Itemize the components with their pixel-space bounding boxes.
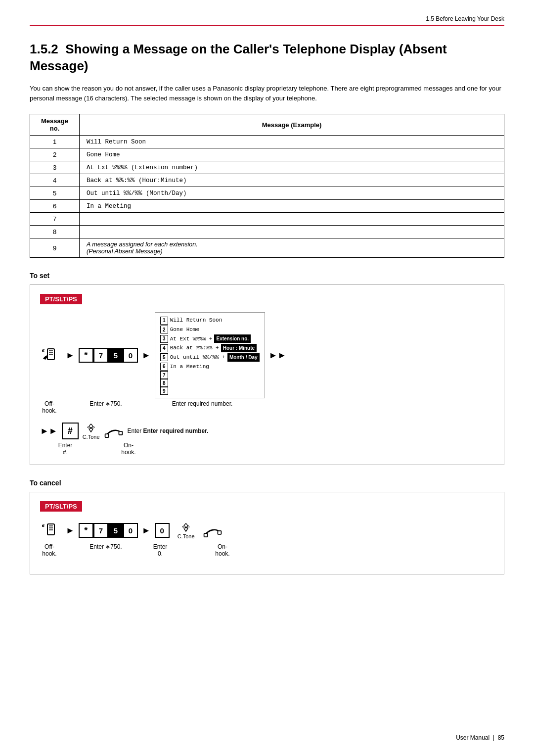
- arrow-cancel1: ►: [66, 525, 75, 536]
- svg-point-5: [185, 526, 187, 528]
- to-set-row1-labels: Off-hook. Enter ∗750. Enter required num…: [40, 400, 494, 414]
- nl-row: 1Will Return Soon: [160, 316, 260, 325]
- key-star-cancel: *: [79, 523, 93, 538]
- table-row-msg: [80, 213, 504, 226]
- offhook-phone-cancel: [40, 520, 62, 541]
- footer-page: 85: [498, 734, 504, 741]
- dbl-arrow-right: ►►: [269, 350, 287, 361]
- table-row-num: 6: [30, 200, 80, 213]
- pt-label-cancel: PT/SLT/PS: [40, 501, 82, 512]
- onhook-label-cancel: On-hook.: [211, 543, 234, 557]
- page-header: 1.5 Before Leaving Your Desk: [30, 15, 504, 26]
- table-row-msg: Gone Home: [80, 148, 504, 161]
- nl-row: 4Back at %%:%% +Hour : Minute: [160, 343, 260, 353]
- enter-req-right: Enter Enter required number.: [128, 427, 209, 434]
- table-row-msg: [80, 226, 504, 238]
- svg-rect-6: [204, 533, 207, 537]
- enter-750-cancel-label: Enter ∗750.: [76, 543, 136, 550]
- intro-paragraph: You can show the reason you do not answe…: [30, 84, 504, 104]
- onhook-icon-set: [104, 424, 124, 438]
- key-7-cancel: 7: [93, 523, 108, 538]
- page-container: 1.5 Before Leaving Your Desk 1.5.2 Showi…: [0, 0, 534, 756]
- to-set-diagram: PT/SLT/PS ►: [30, 284, 504, 465]
- nl-row: 2Gone Home: [160, 325, 260, 334]
- offhook-label: Off-hook.: [40, 400, 59, 414]
- arrow2: ►: [142, 350, 151, 361]
- ctone-label: C.Tone: [83, 434, 100, 440]
- table-row-num: 4: [30, 174, 80, 187]
- key-group-cancel: * 7 5 0: [79, 523, 138, 538]
- ctone-label-cancel: C.Tone: [178, 533, 195, 539]
- nl-row: 3At Ext %%%% +Extension no.: [160, 334, 260, 344]
- number-list-box: 1Will Return Soon2Gone Home3At Ext %%%% …: [155, 312, 265, 398]
- table-row-num: 5: [30, 187, 80, 200]
- key-group-7500: * 7 5 0: [79, 348, 138, 363]
- pt-label-set: PT/SLT/PS: [40, 294, 82, 304]
- svg-rect-7: [218, 531, 221, 534]
- section-number: 1.5.2: [30, 42, 58, 56]
- to-cancel-row1: ► * 7 5 0 ► 0 C.Tone: [40, 520, 494, 541]
- nl-row: 9: [160, 387, 260, 395]
- table-row-msg: Back at %%:%% (Hour:Minute): [80, 174, 504, 187]
- arrow-cancel2: ►: [142, 525, 151, 536]
- ctone-icon: C.Tone: [83, 422, 100, 440]
- page-footer: User Manual | 85: [456, 734, 504, 741]
- key-7: 7: [93, 348, 108, 363]
- to-cancel-label: To cancel: [30, 479, 504, 487]
- enter-required-label: Enter required number.: [153, 400, 252, 407]
- key-star: *: [79, 348, 93, 363]
- table-row-msg: In a Meeting: [80, 200, 504, 213]
- to-set-row1: ► * 7 5 0 ► 1Will Return Soon2Gone Home3…: [40, 312, 494, 398]
- table-row-num: 2: [30, 148, 80, 161]
- table-row-msg: A message assigned for each extension. (…: [80, 238, 504, 258]
- key-5: 5: [108, 348, 123, 363]
- col2-header: Message (Example): [80, 114, 504, 136]
- nl-row: 8: [160, 379, 260, 387]
- to-cancel-diagram: PT/SLT/PS ► * 7 5 0: [30, 492, 504, 574]
- table-row-num: 3: [30, 161, 80, 174]
- svg-rect-3: [119, 431, 122, 435]
- key-5-cancel: 5: [108, 523, 123, 538]
- table-row-msg: Will Return Soon: [80, 136, 504, 148]
- key-0: 0: [123, 348, 138, 363]
- enter-hash-label: Enter #.: [57, 442, 74, 456]
- table-row-msg: Out until %%/%% (Month/Day): [80, 187, 504, 200]
- key-hash: #: [62, 423, 79, 439]
- enter-750-label: Enter ∗750.: [76, 400, 136, 407]
- table-row-num: 1: [30, 136, 80, 148]
- enter-0-label: Enter 0.: [153, 543, 168, 557]
- ctone-icon-cancel: C.Tone: [178, 521, 195, 539]
- svg-point-1: [90, 427, 92, 429]
- col1-header: Message no.: [30, 114, 80, 136]
- svg-rect-2: [105, 434, 108, 437]
- dbl-arrow2: ►►: [40, 426, 58, 436]
- key-0-cancel: 0: [123, 523, 138, 538]
- header-text: 1.5 Before Leaving Your Desk: [426, 15, 504, 22]
- to-set-row2: ►► # C.Tone: [40, 422, 494, 440]
- key-0-cancel2: 0: [155, 523, 170, 538]
- table-row-msg: At Ext %%%% (Extension number): [80, 161, 504, 174]
- message-table: Message no. Message (Example) 1Will Retu…: [30, 114, 504, 258]
- table-row-num: 7: [30, 213, 80, 226]
- footer-text: User Manual: [456, 734, 490, 741]
- table-row-num: 8: [30, 226, 80, 238]
- table-row-num: 9: [30, 238, 80, 258]
- nl-row: 7: [160, 371, 260, 379]
- onhook-icon-cancel: [203, 523, 222, 538]
- arrow1: ►: [66, 350, 75, 361]
- offhook-label-cancel: Off-hook.: [40, 543, 59, 557]
- to-set-label: To set: [30, 272, 504, 280]
- onhook-label-below: On-hook.: [117, 442, 140, 456]
- nl-row: 5Out until %%/%% +Month / Day: [160, 353, 260, 362]
- nl-row: 6In a Meeting: [160, 362, 260, 372]
- offhook-phone-icon: [40, 344, 62, 366]
- section-title-text: Showing a Message on the Caller's Teleph…: [30, 42, 447, 73]
- to-set-row2-labels: Enter #. On-hook.: [40, 442, 494, 456]
- section-title: 1.5.2 Showing a Message on the Caller's …: [30, 41, 504, 75]
- to-cancel-row1-labels: Off-hook. Enter ∗750. Enter 0. On-hook.: [40, 543, 494, 557]
